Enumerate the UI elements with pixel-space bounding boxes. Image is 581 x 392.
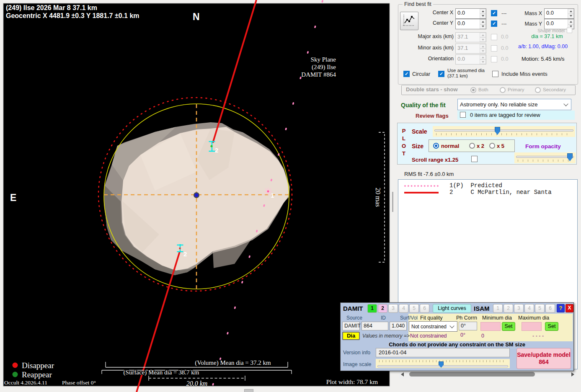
scroll-left-icon[interactable] bbox=[401, 372, 404, 377]
fit-major-axis-checkbox[interactable] bbox=[491, 34, 497, 40]
image-scale-label: Image scale bbox=[343, 361, 371, 367]
scroll-right-icon[interactable] bbox=[571, 372, 574, 377]
double-stars-primary-radio[interactable] bbox=[500, 87, 506, 93]
chord-list-row-2[interactable]: 2 C McPartlin, near Santa bbox=[449, 189, 552, 196]
circular-checkbox[interactable] bbox=[403, 71, 410, 77]
center-y-spinner[interactable]: 0.0 bbox=[455, 19, 486, 29]
include-miss-checkbox[interactable] bbox=[492, 71, 498, 77]
splitter-handle[interactable] bbox=[244, 389, 253, 392]
scrollbar-thumb[interactable] bbox=[409, 372, 535, 377]
set-minimum-button[interactable]: Set bbox=[502, 322, 515, 331]
review-flags-checkbox[interactable] bbox=[460, 112, 466, 118]
double-stars-both-radio[interactable] bbox=[470, 87, 476, 93]
double-stars-secondary-label: Secondary bbox=[543, 87, 566, 92]
version-info-field[interactable]: 2016-01-04 bbox=[376, 348, 510, 357]
dia-button[interactable]: Dia bbox=[342, 332, 360, 340]
fit-orientation-checkbox[interactable] bbox=[491, 56, 497, 62]
chord-list-row-1[interactable]: 1(P) Predicted bbox=[449, 182, 502, 189]
size-radio-panel: normal x 2 x 5 bbox=[429, 139, 515, 152]
minor-axis-sigma: 0.0 bbox=[501, 45, 508, 51]
legend-disappear: Disappear bbox=[22, 361, 54, 370]
image-scale-slider[interactable] bbox=[376, 359, 510, 368]
set-maximum-button[interactable]: Set bbox=[545, 322, 558, 331]
panel-splitter[interactable] bbox=[392, 192, 393, 212]
center-x-spinner[interactable]: 0.0 bbox=[455, 8, 486, 19]
help-button[interactable]: ? bbox=[557, 304, 565, 312]
isam-model-6-button[interactable]: 6 bbox=[545, 304, 555, 313]
damit-title: DAMIT bbox=[343, 305, 363, 312]
review-flags-label: Review flags bbox=[416, 113, 449, 119]
isam-model-1-button[interactable]: 1 bbox=[493, 304, 503, 313]
circular-label: Circular bbox=[412, 71, 430, 77]
motion-note: Motion: 5.45 km/s bbox=[522, 56, 565, 62]
id-header: ID bbox=[381, 315, 386, 321]
size-normal-label: normal bbox=[441, 143, 459, 149]
close-button[interactable]: X bbox=[566, 304, 573, 312]
orientation-sigma: 0.0 bbox=[501, 56, 508, 62]
chord-1-label: 1 bbox=[271, 192, 274, 199]
double-stars-both-label: Both bbox=[478, 87, 488, 92]
chevron-down-icon bbox=[449, 323, 454, 328]
minimum-dia-field[interactable] bbox=[480, 322, 501, 331]
disappear-dot-icon bbox=[13, 363, 18, 368]
sky-plane-label-3: DAMIT #864 bbox=[301, 71, 336, 78]
include-miss-label: Include Miss events bbox=[501, 71, 547, 77]
fit-center-y-checkbox[interactable] bbox=[491, 21, 497, 27]
plot-vertical-letters: PLOT bbox=[401, 127, 406, 157]
major-axis-spinner[interactable]: 37.1 bbox=[455, 32, 486, 42]
run-fit-button[interactable] bbox=[400, 12, 418, 30]
quality-fit-dropdown[interactable]: Astrometry only. No reliable size bbox=[457, 99, 571, 110]
damit-model-6-button[interactable]: 6 bbox=[420, 304, 429, 313]
shape-model-label: Shape model bbox=[532, 28, 565, 33]
form-opacity-slider[interactable] bbox=[514, 152, 576, 163]
fit-quality-dropdown[interactable]: Not constrained bbox=[409, 321, 457, 332]
constraint-note: Chords do not provide any constraint on … bbox=[341, 341, 573, 348]
save-update-model-button[interactable]: Save/update model 864 bbox=[516, 348, 571, 369]
isam-model-2-button[interactable]: 2 bbox=[504, 304, 513, 313]
maximum-dia-field[interactable] bbox=[522, 322, 542, 331]
use-assumed-dia-checkbox[interactable] bbox=[438, 71, 444, 77]
mass-x-spinner[interactable]: 0.0 bbox=[544, 8, 574, 19]
isam-model-3-button[interactable]: 3 bbox=[514, 304, 524, 313]
size-x2-radio[interactable] bbox=[469, 143, 475, 149]
volume-dia-label: (Volume) Mean dia = 37.2 km bbox=[195, 359, 271, 366]
memory-minimum-dia: 0 bbox=[481, 333, 484, 339]
size-x5-radio[interactable] bbox=[489, 143, 495, 149]
maximum-dia-header: Maximum dia bbox=[518, 315, 549, 321]
values-in-memory-label: Values in memory => bbox=[362, 333, 410, 339]
dia-note: dia = 37.1 km bbox=[524, 34, 571, 39]
chord-2-bottom-label: 2 bbox=[183, 250, 187, 258]
damit-model-1-button[interactable]: 1 bbox=[367, 304, 377, 313]
major-axis-sigma: 0.0 bbox=[501, 34, 508, 40]
light-curves-button[interactable]: Light curves bbox=[433, 304, 471, 313]
shape-model-checkbox[interactable] bbox=[567, 28, 572, 33]
damit-model-3-button[interactable]: 3 bbox=[388, 304, 398, 313]
phase-offset: Phase offset 0° bbox=[62, 379, 96, 386]
scroll-range-checkbox[interactable] bbox=[471, 156, 478, 162]
surfvol-field: 1.040 bbox=[390, 322, 407, 330]
app-version: Occult 4.2026.4.11 bbox=[4, 379, 47, 386]
center-x-dashes: --- bbox=[501, 10, 507, 16]
form-opacity-label: Form opacity bbox=[525, 143, 561, 150]
minimum-dia-header: Minimum dia bbox=[482, 315, 512, 321]
fit-minor-axis-checkbox[interactable] bbox=[491, 45, 497, 52]
damit-model-4-button[interactable]: 4 bbox=[399, 304, 408, 313]
damit-model-5-button[interactable]: 5 bbox=[409, 304, 419, 313]
plot-width-label: Plot width: 78.7 km bbox=[326, 378, 378, 385]
isam-model-4-button[interactable]: 4 bbox=[524, 304, 534, 313]
scale-slider[interactable] bbox=[433, 126, 575, 137]
isam-model-5-button[interactable]: 5 bbox=[535, 304, 545, 313]
plot-title-line1: (249) Ilse 2026 Mar 8 37.1 km bbox=[6, 4, 97, 11]
review-flags-text: 0 items are tagged for review bbox=[470, 112, 540, 118]
ph-corrn-field[interactable]: 0° bbox=[459, 322, 477, 330]
minor-axis-spinner[interactable]: 37.1 bbox=[455, 44, 486, 54]
predicted-line-swatch bbox=[404, 185, 439, 187]
size-normal-radio[interactable] bbox=[433, 143, 439, 149]
mass-y-label: Mass Y bbox=[519, 21, 542, 27]
double-stars-secondary-radio[interactable] bbox=[535, 87, 541, 93]
orientation-spinner[interactable]: 0.0 bbox=[455, 54, 486, 64]
damit-model-2-button[interactable]: 2 bbox=[378, 304, 387, 313]
fit-center-x-checkbox[interactable] bbox=[491, 10, 497, 16]
id-field[interactable]: 864 bbox=[362, 322, 388, 330]
chord-list-scrollbar[interactable] bbox=[399, 370, 576, 379]
